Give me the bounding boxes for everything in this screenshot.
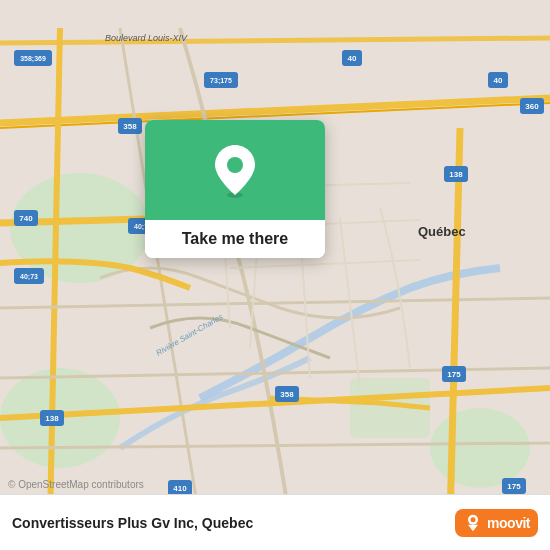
- svg-text:410: 410: [173, 484, 187, 493]
- svg-text:40: 40: [494, 76, 503, 85]
- card-label-section: Take me there: [145, 220, 325, 258]
- svg-text:138: 138: [45, 414, 59, 423]
- svg-text:Québec: Québec: [418, 224, 466, 239]
- moovit-icon: [463, 513, 483, 533]
- svg-text:358: 358: [123, 122, 137, 131]
- place-name: Convertisseurs Plus Gv Inc, Quebec: [12, 515, 253, 531]
- svg-point-2: [430, 408, 530, 488]
- svg-text:Boulevard Louis-XIV: Boulevard Louis-XIV: [105, 33, 188, 43]
- moovit-logo-text: moovit: [487, 515, 530, 531]
- svg-text:73;175: 73;175: [210, 77, 232, 85]
- svg-text:360: 360: [525, 102, 539, 111]
- svg-point-38: [227, 157, 243, 173]
- svg-text:138: 138: [449, 170, 463, 179]
- svg-text:358: 358: [280, 390, 294, 399]
- map-svg: Boulevard Louis-XIV 358;369 73;175 40 40…: [0, 0, 550, 550]
- card-map-preview: [145, 120, 325, 220]
- svg-text:175: 175: [447, 370, 461, 379]
- info-bar: Convertisseurs Plus Gv Inc, Quebec moovi…: [0, 494, 550, 550]
- take-me-there-label: Take me there: [182, 230, 288, 247]
- svg-point-40: [471, 517, 476, 522]
- svg-text:40: 40: [348, 54, 357, 63]
- svg-text:358;369: 358;369: [20, 55, 46, 63]
- osm-attribution: © OpenStreetMap contributors: [8, 479, 144, 490]
- take-me-there-card[interactable]: Take me there: [145, 120, 325, 258]
- place-info: Convertisseurs Plus Gv Inc, Quebec: [12, 515, 253, 531]
- svg-text:175: 175: [507, 482, 521, 491]
- svg-text:740: 740: [19, 214, 33, 223]
- location-pin-icon: [213, 143, 257, 198]
- moovit-logo[interactable]: moovit: [455, 509, 538, 537]
- svg-text:40;73: 40;73: [20, 273, 38, 281]
- map-container: Boulevard Louis-XIV 358;369 73;175 40 40…: [0, 0, 550, 550]
